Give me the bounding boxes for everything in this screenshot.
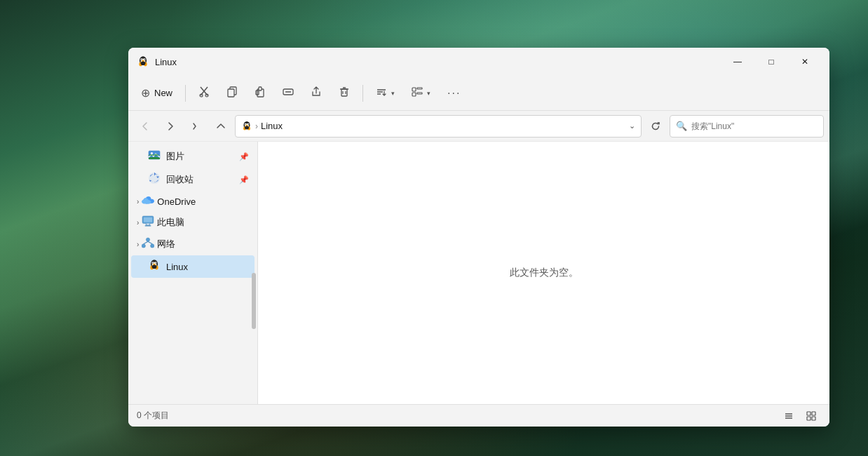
thispc-icon [142,215,154,229]
new-icon: ⊕ [141,86,150,100]
svg-rect-69 [807,417,811,420]
paste-button[interactable] [247,82,273,105]
recycle-label: 回收站 [166,173,233,186]
delete-button[interactable] [332,82,357,105]
view-options-chevron: ▾ [427,90,430,97]
search-input[interactable] [691,121,818,131]
tux-title-icon [137,55,149,68]
pictures-pin-icon: 📌 [239,152,249,161]
new-button[interactable]: ⊕ New [134,82,179,104]
title-controls: — □ ✕ [721,51,821,72]
onedrive-icon [142,195,154,208]
share-button[interactable] [304,82,329,105]
onedrive-expand-icon: › [137,198,139,206]
search-bar: 🔍 [670,115,824,138]
view-toggle-buttons [779,408,821,424]
pictures-label: 图片 [166,150,233,163]
view-options-button[interactable]: ▾ [405,82,438,105]
cut-icon [198,86,210,100]
pictures-icon [148,149,161,164]
thispc-expand-icon: › [137,219,139,227]
sort-button[interactable]: ▾ [369,82,402,105]
svg-line-52 [144,241,148,244]
svg-point-49 [147,238,150,241]
copy-button[interactable] [219,82,245,105]
close-button[interactable]: ✕ [789,51,821,72]
sidebar: 图片 📌 回收站 📌 › [128,142,258,404]
address-bar[interactable]: › Linux ⌄ [235,115,642,138]
svg-rect-29 [412,88,416,91]
svg-rect-32 [417,93,422,94]
sidebar-item-network[interactable]: › 网络 [131,234,255,255]
svg-rect-30 [417,88,422,89]
svg-point-63 [152,264,157,269]
svg-line-53 [148,241,152,244]
recycle-pin-icon: 📌 [239,175,249,185]
refresh-button[interactable] [644,115,667,138]
main-content: 图片 📌 回收站 📌 › [128,142,829,404]
copy-icon [226,86,238,100]
svg-point-44 [151,152,153,154]
sort-icon [376,86,387,100]
up-button[interactable] [210,115,232,138]
svg-point-51 [151,244,154,248]
network-expand-icon: › [137,241,139,248]
svg-point-5 [144,59,145,60]
address-path: › Linux [241,121,625,132]
sidebar-scrollbar[interactable] [252,142,256,404]
more-icon: ··· [447,87,461,100]
cut-button[interactable] [191,82,217,105]
toolbar-separator-2 [362,85,363,102]
forward-button[interactable] [159,115,182,138]
svg-point-4 [141,59,142,60]
toolbar-separator-1 [185,85,186,102]
svg-rect-68 [812,412,815,415]
window-title: Linux [155,57,177,67]
svg-rect-31 [412,93,416,96]
maximize-button[interactable]: □ [755,51,787,72]
sidebar-item-thispc[interactable]: › 此电脑 [131,212,255,233]
back-button[interactable] [134,115,156,138]
recent-button[interactable] [184,115,207,138]
svg-point-59 [156,262,156,263]
share-icon [311,86,322,100]
sidebar-item-linux[interactable]: Linux [131,255,255,278]
item-count: 0 个项目 [137,410,169,422]
sidebar-item-onedrive[interactable]: › OneDrive [131,192,255,211]
list-view-button[interactable] [779,408,799,424]
onedrive-label: OneDrive [157,196,196,207]
svg-rect-17 [259,87,262,90]
new-label: New [154,88,172,98]
svg-rect-47 [144,217,152,222]
file-area: 此文件夹为空。 [258,142,829,404]
svg-point-9 [141,61,146,65]
minimize-button[interactable]: — [721,51,754,72]
network-label: 网络 [157,238,175,250]
delete-icon [339,86,350,100]
sidebar-item-recycle[interactable]: 回收站 📌 [131,168,255,191]
sidebar-item-pictures[interactable]: 图片 📌 [131,145,255,168]
thispc-label: 此电脑 [157,216,184,229]
svg-point-42 [245,126,249,129]
rename-button[interactable] [276,82,301,105]
svg-point-37 [245,123,246,124]
svg-point-38 [248,123,249,124]
linux-sidebar-label: Linux [166,262,249,272]
svg-rect-70 [812,417,815,420]
more-options-button[interactable]: ··· [440,83,468,104]
paste-icon [255,86,266,100]
sidebar-scrollbar-thumb [252,273,256,329]
view-options-icon [412,86,423,100]
sort-chevron: ▾ [391,90,395,97]
file-explorer-window: Linux — □ ✕ ⊕ New [128,48,829,427]
address-segment-linux: Linux [261,121,283,131]
svg-point-50 [142,244,145,248]
grid-view-button[interactable] [801,408,821,424]
rename-icon [283,86,294,100]
title-bar-left: Linux [137,55,177,68]
svg-rect-21 [341,89,347,96]
svg-rect-15 [228,89,234,97]
linux-sidebar-icon [148,259,161,274]
toolbar: ⊕ New [128,76,829,111]
status-bar: 0 个项目 [128,404,829,427]
